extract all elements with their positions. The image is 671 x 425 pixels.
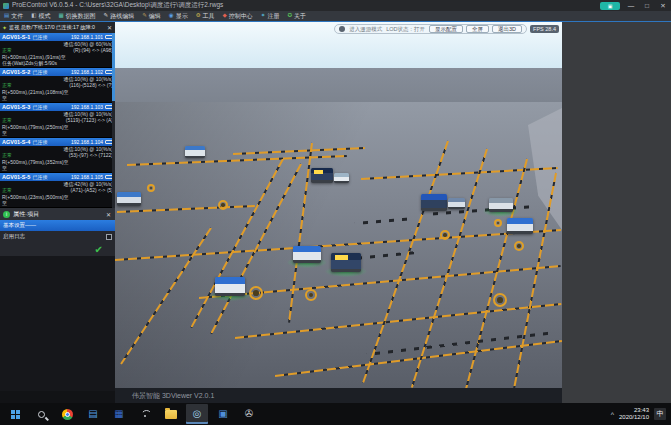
viewport-scene <box>115 22 562 388</box>
agv-item-header[interactable]: AGV01-S-4 已连接 192.168.1.104 <box>0 138 115 146</box>
close-button[interactable]: ✕ <box>658 2 668 10</box>
agv-task: 至 <box>2 95 113 101</box>
menu-item-9[interactable]: ✦注册 <box>261 12 280 21</box>
monitor-close-icon[interactable]: ✕ <box>106 24 113 31</box>
start-button[interactable] <box>4 404 26 424</box>
agv-name: AGV01-S-5 <box>2 174 30 180</box>
menu-item-6[interactable]: ◉显示 <box>169 12 188 21</box>
properties-title: 属性·项目 <box>13 210 102 219</box>
agv-vehicle[interactable] <box>489 198 513 212</box>
menu-icon: ▦ <box>58 13 63 19</box>
viewport-3d[interactable]: 进入漫游模式 LOD状态：打开 显示配置全屏退出3D FPS 28.4 伟景智能… <box>115 22 562 403</box>
menu-item-5[interactable]: ✎编辑 <box>142 12 161 21</box>
agv-screen <box>314 170 323 174</box>
menu-item-3[interactable]: ▦切换数据图 <box>58 12 95 21</box>
app-icon-3[interactable]: ▣ <box>212 404 234 424</box>
monitor-tab[interactable]: ✦ 监视 总数/下线:17/0 已连接:17 故障:0 ✕ <box>0 22 115 33</box>
app-glyph-icon: ✇ <box>245 409 253 419</box>
agv-list: AGV01-S-1 已连接 192.168.1.101 通信:60(%) @ 6… <box>0 33 115 208</box>
agv-list-item[interactable]: AGV01-S-5 已连接 192.168.1.105 通信:42(%) @ 1… <box>0 173 115 208</box>
menu-item-1[interactable]: ▤文件 <box>4 12 23 21</box>
viewport-toolbar: 进入漫游模式 LOD状态：打开 显示配置全屏退出3D <box>334 24 527 34</box>
tray-chevron-icon[interactable]: ^ <box>611 411 614 418</box>
agv-vehicle[interactable] <box>185 146 205 158</box>
menu-label: 显示 <box>176 12 188 21</box>
menu-label: 编辑 <box>149 12 161 21</box>
minimize-button[interactable]: — <box>626 2 636 9</box>
agv-vehicle[interactable] <box>331 253 361 272</box>
station-marker <box>249 286 263 300</box>
app-icon-2[interactable]: ▦ <box>108 404 130 424</box>
agv-list-item[interactable]: AGV01-S-4 已连接 192.168.1.104 通信:10(%) @ 1… <box>0 138 115 173</box>
agv-name: AGV01-S-2 <box>2 69 30 75</box>
log-checkbox[interactable] <box>106 234 112 240</box>
viewport-overlay: 进入漫游模式 LOD状态：打开 显示配置全屏退出3D FPS 28.4 <box>334 24 559 34</box>
agv-item-header[interactable]: AGV01-S-2 已连接 192.168.1.102 <box>0 68 115 76</box>
maximize-button[interactable]: □ <box>642 2 652 9</box>
app-glyph-icon: ▣ <box>218 409 227 419</box>
agv-vehicle[interactable] <box>448 198 465 209</box>
agv-item-header[interactable]: AGV01-S-3 已连接 192.168.1.103 <box>0 103 115 111</box>
app-icon-1[interactable]: ▤ <box>82 404 104 424</box>
menu-icon: ◧ <box>31 13 36 19</box>
menu-icon: ✎ <box>104 13 109 19</box>
exit-3d-button[interactable]: 退出3D <box>492 25 522 33</box>
left-panel: ✦ 监视 总数/下线:17/0 已连接:17 故障:0 ✕ AGV01-S-1 … <box>0 22 115 403</box>
viewer-app-icon[interactable]: ◎ <box>186 404 208 424</box>
menu-item-2[interactable]: ◧模式 <box>31 12 50 21</box>
menu-item-8[interactable]: ◆控制中心 <box>223 12 253 21</box>
agv-list-item[interactable]: AGV01-S-2 已连接 192.168.1.102 通信:10(%) @ 1… <box>0 68 115 103</box>
agv-detail: 通信:10(%) @ 10(%/s) 正常 (53)-(97) <-> (712… <box>0 146 115 172</box>
network-icon[interactable] <box>134 404 156 424</box>
taskbar-clock[interactable]: 23:43 2020/12/10 <box>619 407 649 421</box>
agv-route: (53)-(97) <-> (7122) <box>69 152 113 158</box>
show-config-button[interactable]: 显示配置 <box>429 25 463 33</box>
agv-connection-status: 已连接 <box>32 34 47 40</box>
menu-label: 控制中心 <box>229 12 253 21</box>
properties-header: i 属性·项目 ✕ <box>0 208 115 220</box>
menu-item-10[interactable]: ✪关于 <box>287 12 306 21</box>
fullscreen-button[interactable]: 全屏 <box>466 25 489 33</box>
scene-horizon <box>115 68 562 102</box>
property-row-1[interactable]: 基本设置—— <box>0 220 115 231</box>
roam-mode-label[interactable]: 进入漫游模式 <box>349 26 382 33</box>
agv-detail: 通信:60(%) @ 60(%/s) 正常 (R):(94) <-> (A98)… <box>0 41 115 67</box>
menu-icon: ✪ <box>287 13 292 19</box>
agv-state: 正常 <box>2 47 12 53</box>
agv-item-header[interactable]: AGV01-S-1 已连接 192.168.1.101 <box>0 33 115 41</box>
property-row-2[interactable]: 启用日志 <box>0 231 115 242</box>
properties-close-icon[interactable]: ✕ <box>105 211 112 218</box>
explorer-icon[interactable] <box>160 404 182 424</box>
agv-route: (A71)-(A52) <-> (5) <box>70 187 113 193</box>
search-icon <box>38 411 45 418</box>
agv-state: 正常 <box>2 82 12 88</box>
app-glyph-icon: ▦ <box>114 409 123 419</box>
agv-name: AGV01-S-4 <box>2 139 30 145</box>
agv-vehicle[interactable] <box>215 277 245 296</box>
agv-detail: 通信:42(%) @ 10(%/s) 正常 (A71)-(A52) <-> (5… <box>0 181 115 207</box>
agv-vehicle[interactable] <box>507 218 533 234</box>
menu-item-4[interactable]: ✎路线编辑 <box>104 12 135 21</box>
ime-icon[interactable]: 中 <box>654 408 666 420</box>
menu-item-7[interactable]: ⚙工具 <box>196 12 215 21</box>
agv-list-item[interactable]: AGV01-S-1 已连接 192.168.1.101 通信:60(%) @ 6… <box>0 33 115 68</box>
agv-connection-status: 已连接 <box>32 69 47 75</box>
agv-list-item[interactable]: AGV01-S-3 已连接 192.168.1.103 通信:10(%) @ 1… <box>0 103 115 138</box>
station-marker <box>218 200 228 210</box>
agv-detail: 通信:10(%) @ 10(%/s) 正常 (116)-(5128) <-> (… <box>0 76 115 102</box>
confirm-check-icon[interactable]: ✔ <box>95 244 103 255</box>
search-button[interactable] <box>30 404 52 424</box>
properties-panel: i 属性·项目 ✕ 基本设置——启用日志 ✔ <box>0 208 115 256</box>
agv-vehicle[interactable] <box>293 246 321 263</box>
agv-vehicle[interactable] <box>311 168 333 183</box>
agv-item-header[interactable]: AGV01-S-5 已连接 192.168.1.105 <box>0 173 115 181</box>
agv-vehicle[interactable] <box>421 194 447 211</box>
system-tray: ^ 23:43 2020/12/10 中 <box>611 407 671 421</box>
menu-label: 注册 <box>267 12 279 21</box>
agv-vehicle[interactable] <box>334 173 349 183</box>
chrome-icon[interactable] <box>56 404 78 424</box>
station-marker <box>493 293 507 307</box>
agv-connection-status: 已连接 <box>32 139 47 145</box>
agv-vehicle[interactable] <box>117 192 141 206</box>
app-icon-4[interactable]: ✇ <box>238 404 260 424</box>
